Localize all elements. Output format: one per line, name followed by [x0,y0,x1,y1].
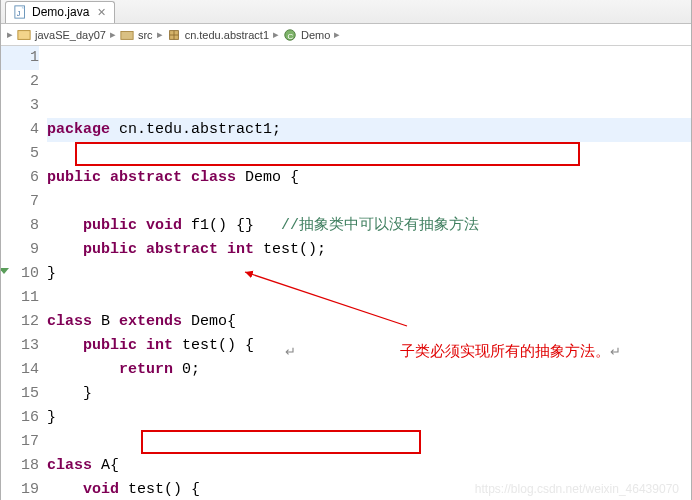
editor-area[interactable]: 12345678910111213141516171819 package cn… [1,46,691,500]
package-icon [167,28,181,42]
chevron-right-icon: ▸ [110,28,116,41]
breadcrumb: ▸ javaSE_day07 ▸ src ▸ cn.tedu.abstract1… [1,24,691,46]
chevron-right-icon: ▸ [7,28,13,41]
line-number: 19 [1,478,39,500]
line-number: 17 [1,430,39,454]
code-line[interactable]: } [47,262,691,286]
code-content[interactable]: package cn.tedu.abstract1; public abstra… [47,46,691,500]
chevron-right-icon: ▸ [334,28,340,41]
line-number: 10 [1,262,39,286]
code-line[interactable] [47,142,691,166]
line-number: 16 [1,406,39,430]
line-gutter: 12345678910111213141516171819 [1,46,47,500]
line-number: 2 [1,70,39,94]
code-line[interactable] [47,286,691,310]
java-file-icon: J [14,5,28,19]
code-line[interactable]: public abstract int test(); [47,238,691,262]
breadcrumb-package[interactable]: cn.tedu.abstract1 [185,29,269,41]
line-number: 12 [1,310,39,334]
breadcrumb-project[interactable]: javaSE_day07 [35,29,106,41]
code-line[interactable] [47,190,691,214]
code-line[interactable]: package cn.tedu.abstract1; [47,118,691,142]
class-icon: C [283,28,297,42]
code-line[interactable] [47,430,691,454]
watermark-text: https://blog.csdn.net/weixin_46439070 [475,482,679,496]
breadcrumb-class[interactable]: Demo [301,29,330,41]
svg-rect-3 [121,31,133,39]
svg-text:J: J [17,10,21,17]
return-mark: ↵ [285,340,296,364]
close-icon[interactable]: ✕ [97,6,106,19]
line-number: 9 [1,238,39,262]
line-number: 4 [1,118,39,142]
line-number: 18 [1,454,39,478]
file-tab[interactable]: J Demo.java ✕ [5,1,115,23]
line-number: 8 [1,214,39,238]
breadcrumb-src[interactable]: src [138,29,153,41]
tab-bar: J Demo.java ✕ [1,0,691,24]
folder-icon [120,28,134,42]
line-number: 5 [1,142,39,166]
line-number: 14 [1,358,39,382]
line-number: 13 [1,334,39,358]
line-number: 6 [1,166,39,190]
code-line[interactable]: public void f1() {} //抽象类中可以没有抽象方法 [47,214,691,238]
chevron-right-icon: ▸ [273,28,279,41]
line-number: 15 [1,382,39,406]
chevron-right-icon: ▸ [157,28,163,41]
tab-label: Demo.java [32,5,89,19]
svg-text:C: C [287,31,293,40]
annotation-subclass: 子类必须实现所有的抽象方法。↵ [377,315,621,388]
svg-rect-2 [18,30,30,39]
code-line[interactable]: } [47,406,691,430]
code-line[interactable]: class A{ [47,454,691,478]
line-number: 11 [1,286,39,310]
code-line[interactable]: public abstract class Demo { [47,166,691,190]
line-number: 1 [1,46,39,70]
line-number: 3 [1,94,39,118]
line-number: 7 [1,190,39,214]
project-icon [17,28,31,42]
